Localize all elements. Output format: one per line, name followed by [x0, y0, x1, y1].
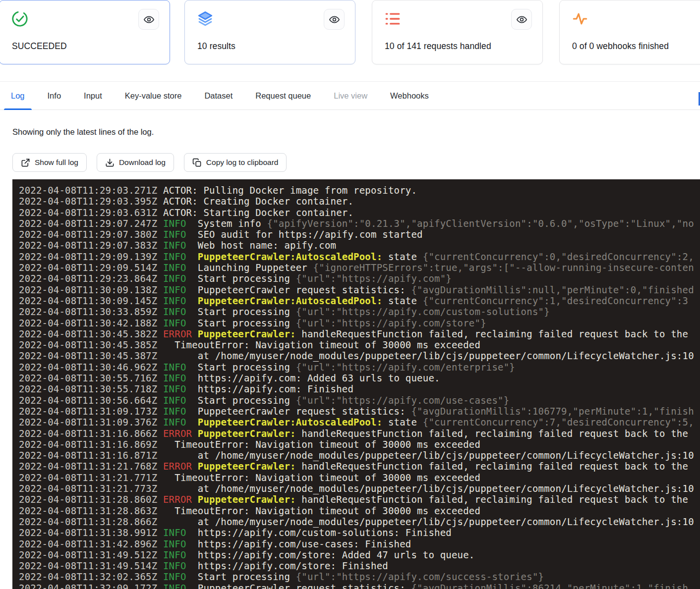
- download-icon: [105, 158, 115, 167]
- eye-icon: [516, 14, 527, 25]
- log-line: 2022-04-08T11:31:49.514Z INFO https://ap…: [19, 560, 700, 571]
- log-line: 2022-04-08T11:29:07.383Z INFO Web host n…: [19, 240, 700, 251]
- log-line: 2022-04-08T11:31:28.863Z TimeoutError: N…: [19, 505, 700, 516]
- layers-icon: [197, 10, 214, 27]
- eye-icon: [329, 14, 340, 25]
- activity-icon: [572, 10, 588, 27]
- tab-webhooks[interactable]: Webhooks: [383, 82, 436, 109]
- webhooks-card[interactable]: 0 of 0 webhooks finished: [559, 0, 700, 64]
- list-icon: [384, 10, 401, 27]
- run-status-label: SUCCEEDED: [12, 41, 67, 52]
- tab-input[interactable]: Input: [77, 82, 109, 109]
- log-line: 2022-04-08T11:31:28.866Z at /home/myuser…: [19, 516, 700, 527]
- log-viewer[interactable]: 2022-04-08T11:29:03.271Z ACTOR: Pulling …: [12, 179, 700, 589]
- log-line: 2022-04-08T11:29:03.631Z ACTOR: Starting…: [19, 207, 700, 218]
- run-status-card[interactable]: SUCCEEDED: [0, 0, 170, 64]
- log-line: 2022-04-08T11:30:56.664Z INFO Start proc…: [19, 395, 700, 406]
- log-line: 2022-04-08T11:29:03.395Z ACTOR: Creating…: [19, 196, 700, 207]
- log-line: 2022-04-08T11:29:23.864Z INFO Start proc…: [19, 273, 700, 284]
- external-link-icon: [21, 158, 30, 167]
- log-line: 2022-04-08T11:31:21.773Z at /home/myuser…: [19, 483, 700, 494]
- copy-log-label: Copy log to clipboard: [206, 158, 279, 167]
- log-line: 2022-04-08T11:29:07.380Z INFO SEO audit …: [19, 229, 700, 240]
- log-line: 2022-04-08T11:30:55.718Z INFO https://ap…: [19, 383, 700, 394]
- log-line: 2022-04-08T11:31:21.771Z TimeoutError: N…: [19, 472, 700, 483]
- log-notice: Showing only the latest lines of the log…: [12, 127, 154, 137]
- tab-log[interactable]: Log: [4, 82, 32, 109]
- log-line: 2022-04-08T11:30:46.962Z INFO Start proc…: [19, 362, 700, 373]
- status-cards-row: SUCCEEDED 10 results: [0, 0, 700, 65]
- results-count-label: 10 results: [197, 41, 235, 52]
- log-line: 2022-04-08T11:31:09.173Z INFO PuppeteerC…: [19, 406, 700, 417]
- log-line: 2022-04-08T11:30:33.859Z INFO Start proc…: [19, 306, 700, 317]
- log-line: 2022-04-08T11:31:09.376Z INFO PuppeteerC…: [19, 417, 700, 428]
- download-log-label: Download log: [119, 158, 166, 167]
- log-line: 2022-04-08T11:30:45.385Z TimeoutError: N…: [19, 339, 700, 350]
- eye-icon-button[interactable]: [138, 9, 159, 30]
- log-line: 2022-04-08T11:29:09.139Z INFO PuppeteerC…: [19, 251, 700, 262]
- check-circle-icon: [11, 10, 28, 27]
- webhooks-progress-label: 0 of 0 webhooks finished: [572, 41, 669, 52]
- run-detail-tabs: Log Info Input Key-value store Dataset R…: [0, 81, 700, 110]
- log-line: 2022-04-08T11:30:42.188Z INFO Start proc…: [19, 318, 700, 328]
- log-line: 2022-04-08T11:32:02.365Z INFO Start proc…: [19, 571, 700, 582]
- log-line: 2022-04-08T11:30:09.138Z INFO PuppeteerC…: [19, 284, 700, 295]
- log-line: 2022-04-08T11:30:45.387Z at /home/myuser…: [19, 350, 700, 361]
- tab-live-view: Live view: [327, 82, 374, 109]
- log-line: 2022-04-08T11:31:21.768Z ERROR Puppeteer…: [19, 461, 700, 472]
- show-full-log-label: Show full log: [35, 158, 78, 167]
- log-line: 2022-04-08T11:31:42.896Z INFO https://ap…: [19, 538, 700, 549]
- copy-icon: [192, 158, 202, 167]
- download-log-button[interactable]: Download log: [97, 153, 174, 172]
- requests-progress-label: 10 of 141 requests handled: [385, 41, 491, 52]
- log-line: 2022-04-08T11:31:16.866Z ERROR Puppeteer…: [19, 428, 700, 439]
- log-line: 2022-04-08T11:29:07.247Z INFO System inf…: [19, 218, 700, 229]
- log-line: 2022-04-08T11:31:28.860Z ERROR Puppeteer…: [19, 494, 700, 505]
- log-line: 2022-04-08T11:31:49.512Z INFO https://ap…: [19, 549, 700, 560]
- log-line: 2022-04-08T11:30:45.382Z ERROR Puppeteer…: [19, 328, 700, 339]
- requests-card[interactable]: 10 of 141 requests handled: [372, 0, 543, 64]
- copy-log-button[interactable]: Copy log to clipboard: [184, 153, 287, 172]
- tab-request-queue[interactable]: Request queue: [248, 82, 318, 109]
- log-line: 2022-04-08T11:30:55.716Z INFO https://ap…: [19, 373, 700, 383]
- show-full-log-button[interactable]: Show full log: [12, 153, 87, 172]
- tab-key-value-store[interactable]: Key-value store: [118, 82, 189, 109]
- eye-icon-button[interactable]: [511, 9, 532, 30]
- log-line: 2022-04-08T11:32:09.172Z INFO PuppeteerC…: [19, 583, 700, 589]
- results-card[interactable]: 10 results: [184, 0, 355, 64]
- tab-info[interactable]: Info: [41, 82, 68, 109]
- log-line: 2022-04-08T11:31:16.871Z at /home/myuser…: [19, 450, 700, 461]
- log-line: 2022-04-08T11:31:38.991Z INFO https://ap…: [19, 527, 700, 538]
- tab-dataset[interactable]: Dataset: [197, 82, 239, 109]
- log-actions: Show full log Download log Copy log to c…: [12, 153, 287, 172]
- eye-icon: [143, 14, 155, 25]
- log-line: 2022-04-08T11:29:03.271Z ACTOR: Pulling …: [19, 185, 700, 196]
- eye-icon-button[interactable]: [324, 9, 345, 30]
- log-line: 2022-04-08T11:31:16.869Z TimeoutError: N…: [19, 439, 700, 450]
- log-line: 2022-04-08T11:30:09.145Z INFO PuppeteerC…: [19, 295, 700, 306]
- log-line: 2022-04-08T11:29:09.514Z INFO Launching …: [19, 262, 700, 273]
